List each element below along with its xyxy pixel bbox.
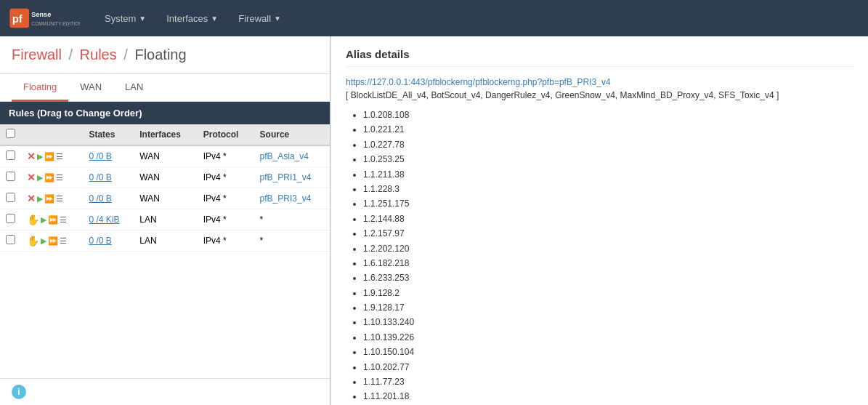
- table-row: ✕▶⏩☰0 /0 BWANIPv4 *pfB_PRI3_v4: [0, 188, 330, 209]
- rule-icons-cell: ✕▶⏩☰: [21, 167, 83, 188]
- rule-interface: LAN: [134, 230, 198, 252]
- list-item: 1.6.182.218: [363, 256, 853, 270]
- arrow-icon[interactable]: ⏩: [48, 215, 58, 225]
- table-row: ✕▶⏩☰0 /0 BWANIPv4 *pfB_Asia_v4: [0, 145, 330, 167]
- nav-firewall[interactable]: Firewall ▼: [228, 0, 291, 36]
- table-row: ✋▶⏩☰0 /0 BLANIPv4 **: [0, 230, 330, 252]
- nav-system[interactable]: System ▼: [94, 0, 156, 36]
- block-icon: ✕: [27, 172, 36, 183]
- rules-header: Rules (Drag to Change Order): [0, 102, 330, 124]
- arrow-icon[interactable]: ⏩: [44, 152, 54, 161]
- block-icon: ✕: [27, 151, 36, 162]
- play-icon[interactable]: ▶: [37, 152, 43, 161]
- list-icon[interactable]: ☰: [60, 236, 67, 246]
- rule-source: *: [254, 209, 330, 230]
- source-link[interactable]: pfB_PRI3_v4: [260, 193, 312, 204]
- tab-lan[interactable]: LAN: [113, 74, 155, 102]
- list-item: 1.1.228.3: [363, 182, 853, 196]
- rule-protocol: IPv4 *: [198, 209, 254, 230]
- brand-logo: pf Sense COMMUNITY EDITION: [7, 5, 80, 31]
- system-dropdown-arrow: ▼: [139, 15, 146, 23]
- state-link[interactable]: 0 /4 KiB: [89, 214, 119, 225]
- tabs-bar: Floating WAN LAN: [0, 74, 330, 102]
- list-item: 1.0.221.21: [363, 122, 853, 137]
- col-icons: [21, 124, 83, 145]
- info-icon[interactable]: i: [12, 385, 26, 399]
- main-content: Firewall / Rules / Floating Floating WAN…: [0, 36, 868, 405]
- tab-wan[interactable]: WAN: [68, 74, 113, 102]
- rule-protocol: IPv4 *: [198, 188, 254, 209]
- list-icon[interactable]: ☰: [56, 173, 63, 183]
- row-checkbox[interactable]: [6, 214, 15, 223]
- arrow-icon[interactable]: ⏩: [48, 236, 58, 246]
- list-item: 1.6.233.253: [363, 270, 853, 285]
- col-source: Source: [254, 124, 330, 145]
- list-item: 1.11.77.23: [363, 374, 853, 389]
- row-checkbox[interactable]: [6, 151, 15, 160]
- breadcrumb-rules[interactable]: Rules: [80, 47, 117, 63]
- right-panel: Alias details https://127.0.0.1:443/pfbl…: [330, 36, 868, 405]
- list-item: 1.10.150.104: [363, 345, 853, 359]
- interfaces-dropdown-arrow: ▼: [211, 15, 218, 23]
- rule-states: 0 /0 B: [83, 230, 134, 252]
- alias-title: Alias details: [346, 48, 853, 67]
- arrow-icon[interactable]: ⏩: [44, 194, 54, 204]
- list-item: 1.2.157.97: [363, 226, 853, 241]
- list-item: 1.11.201.18: [363, 389, 853, 404]
- source-link[interactable]: pfB_PRI1_v4: [260, 172, 312, 183]
- state-link[interactable]: 0 /0 B: [89, 193, 111, 204]
- list-icon[interactable]: ☰: [56, 194, 63, 204]
- svg-text:COMMUNITY EDITION: COMMUNITY EDITION: [31, 21, 80, 26]
- alias-tags: [ BlockListDE_All_v4, BotScout_v4, Dange…: [346, 90, 853, 100]
- rule-protocol: IPv4 *: [198, 167, 254, 188]
- col-checkbox: [0, 124, 21, 145]
- row-checkbox[interactable]: [6, 172, 15, 181]
- breadcrumb-firewall[interactable]: Firewall: [12, 47, 62, 63]
- select-all-checkbox[interactable]: [6, 129, 15, 138]
- state-link[interactable]: 0 /0 B: [89, 151, 111, 161]
- list-item: 1.9.128.17: [363, 300, 853, 315]
- navbar: pf Sense COMMUNITY EDITION System ▼ Inte…: [0, 0, 868, 36]
- table-row: ✋▶⏩☰0 /4 KiBLANIPv4 **: [0, 209, 330, 230]
- list-icon[interactable]: ☰: [60, 215, 67, 225]
- play-icon[interactable]: ▶: [37, 194, 43, 204]
- col-protocol: Protocol: [198, 124, 254, 145]
- state-link[interactable]: 0 /0 B: [89, 172, 111, 183]
- col-interfaces: Interfaces: [134, 124, 198, 145]
- list-item: 1.2.202.120: [363, 241, 853, 256]
- rule-interface: WAN: [134, 188, 198, 209]
- play-icon[interactable]: ▶: [37, 173, 43, 183]
- pass-icon: ✋: [27, 235, 39, 246]
- list-item: 1.1.251.175: [363, 196, 853, 211]
- col-states: States: [83, 124, 134, 145]
- breadcrumb: Firewall / Rules / Floating: [0, 36, 330, 74]
- left-panel: Firewall / Rules / Floating Floating WAN…: [0, 36, 330, 405]
- nav-interfaces[interactable]: Interfaces ▼: [156, 0, 228, 36]
- rule-interface: WAN: [134, 145, 198, 167]
- row-checkbox[interactable]: [6, 193, 15, 202]
- rule-source: *: [254, 230, 330, 252]
- breadcrumb-sep-2: /: [123, 47, 128, 63]
- row-checkbox[interactable]: [6, 235, 15, 244]
- source-link[interactable]: pfB_Asia_v4: [260, 151, 309, 161]
- list-item: 1.0.227.78: [363, 137, 853, 152]
- alias-ip-list: 1.0.208.1081.0.221.211.0.227.781.0.253.2…: [346, 108, 853, 405]
- list-item: 1.10.133.240: [363, 315, 853, 329]
- list-icon[interactable]: ☰: [56, 152, 63, 161]
- rule-source: pfB_Asia_v4: [254, 145, 330, 167]
- tab-floating[interactable]: Floating: [12, 74, 68, 102]
- state-link[interactable]: 0 /0 B: [89, 236, 111, 246]
- rule-protocol: IPv4 *: [198, 145, 254, 167]
- list-item: 1.10.139.226: [363, 330, 853, 345]
- svg-text:Sense: Sense: [31, 11, 51, 18]
- rule-states: 0 /0 B: [83, 188, 134, 209]
- rule-icons-cell: ✋▶⏩☰: [21, 209, 83, 230]
- play-icon[interactable]: ▶: [41, 215, 46, 225]
- rule-source: pfB_PRI3_v4: [254, 188, 330, 209]
- arrow-icon[interactable]: ⏩: [44, 173, 54, 183]
- rule-states: 0 /4 KiB: [83, 209, 134, 230]
- rule-icons-cell: ✕▶⏩☰: [21, 145, 83, 167]
- rule-interface: LAN: [134, 209, 198, 230]
- play-icon[interactable]: ▶: [41, 236, 46, 246]
- table-row: ✕▶⏩☰0 /0 BWANIPv4 *pfB_PRI1_v4: [0, 167, 330, 188]
